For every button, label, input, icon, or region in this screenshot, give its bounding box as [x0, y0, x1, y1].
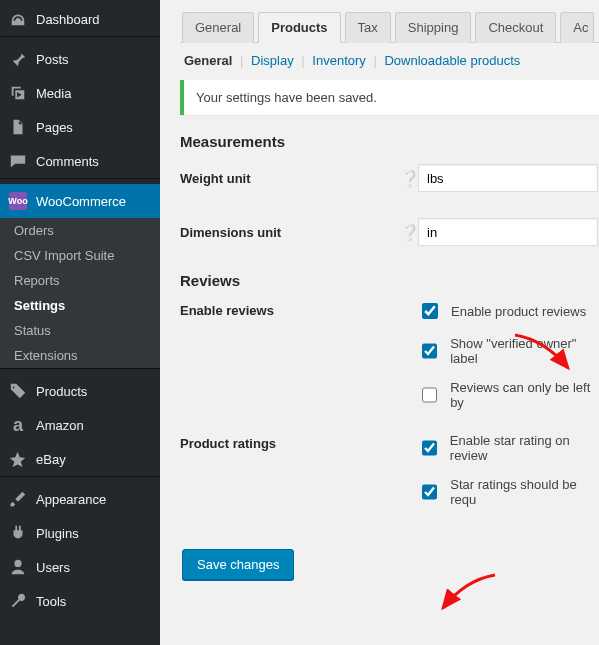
- tab-accounts[interactable]: Ac: [560, 12, 593, 43]
- sidebar-item-users[interactable]: Users: [0, 550, 160, 584]
- annotation-arrow-icon: [435, 570, 505, 620]
- sidebar-label: Plugins: [36, 526, 79, 541]
- sidebar-label: Posts: [36, 52, 69, 67]
- sidebar-label: WooCommerce: [36, 194, 126, 209]
- ebay-icon: [8, 449, 28, 469]
- star-rating-checkbox[interactable]: [422, 440, 437, 456]
- sidebar-item-plugins[interactable]: Plugins: [0, 516, 160, 550]
- help-icon[interactable]: ❔: [400, 169, 418, 188]
- subtab-general[interactable]: General: [184, 53, 232, 68]
- pages-icon: [8, 117, 28, 137]
- checkbox-verified-owner[interactable]: Show "verified owner" label: [418, 336, 599, 366]
- checkbox-star-rating[interactable]: Enable star rating on review: [418, 433, 599, 463]
- sidebar-item-pages[interactable]: Pages: [0, 110, 160, 144]
- sidebar-item-amazon[interactable]: a Amazon: [0, 408, 160, 442]
- tab-products[interactable]: Products: [258, 12, 340, 43]
- checkbox-star-required[interactable]: Star ratings should be requ: [418, 477, 599, 507]
- pin-icon: [8, 49, 28, 69]
- sidebar-sub-extensions[interactable]: Extensions: [0, 343, 160, 368]
- sidebar-item-woocommerce[interactable]: Woo WooCommerce: [0, 184, 160, 218]
- sidebar-item-dashboard[interactable]: Dashboard: [0, 2, 160, 36]
- dimensions-unit-input[interactable]: [418, 218, 598, 246]
- row-dimensions-unit: Dimensions unit ❔: [180, 218, 599, 246]
- subtab-downloadable[interactable]: Downloadable products: [384, 53, 520, 68]
- sidebar-sub-status[interactable]: Status: [0, 318, 160, 343]
- admin-sidebar: Dashboard Posts Media Pages Comments: [0, 0, 160, 645]
- sidebar-sub-csv-import[interactable]: CSV Import Suite: [0, 243, 160, 268]
- sidebar-item-ebay[interactable]: eBay: [0, 442, 160, 476]
- comment-icon: [8, 151, 28, 171]
- tab-general[interactable]: General: [182, 12, 254, 43]
- settings-saved-notice: Your settings have been saved.: [180, 80, 599, 115]
- enable-reviews-label: Enable reviews: [180, 303, 400, 318]
- dimensions-unit-label: Dimensions unit: [180, 225, 400, 240]
- sidebar-label: Tools: [36, 594, 66, 609]
- plug-icon: [8, 523, 28, 543]
- tab-tax[interactable]: Tax: [345, 12, 391, 43]
- notice-text: Your settings have been saved.: [196, 90, 377, 105]
- media-icon: [8, 83, 28, 103]
- sidebar-sub-orders[interactable]: Orders: [0, 218, 160, 243]
- sidebar-item-media[interactable]: Media: [0, 76, 160, 110]
- row-weight-unit: Weight unit ❔: [180, 164, 599, 192]
- wrench-icon: [8, 591, 28, 611]
- products-subtabs: General | Display | Inventory | Download…: [180, 43, 599, 74]
- weight-unit-input[interactable]: [418, 164, 598, 192]
- sidebar-label: eBay: [36, 452, 66, 467]
- measurements-heading: Measurements: [180, 133, 599, 150]
- tab-checkout[interactable]: Checkout: [475, 12, 556, 43]
- sidebar-item-posts[interactable]: Posts: [0, 42, 160, 76]
- sidebar-item-tools[interactable]: Tools: [0, 584, 160, 618]
- checkbox-enable-product-reviews[interactable]: Enable product reviews: [418, 300, 599, 322]
- product-ratings-label: Product ratings: [180, 436, 400, 451]
- sidebar-label: Users: [36, 560, 70, 575]
- amazon-icon: a: [8, 415, 28, 435]
- sidebar-label: Media: [36, 86, 71, 101]
- sidebar-label: Appearance: [36, 492, 106, 507]
- sidebar-item-appearance[interactable]: Appearance: [0, 482, 160, 516]
- tab-shipping[interactable]: Shipping: [395, 12, 472, 43]
- sidebar-label: Comments: [36, 154, 99, 169]
- brush-icon: [8, 489, 28, 509]
- save-changes-button[interactable]: Save changes: [182, 549, 294, 580]
- only-verified-checkbox[interactable]: [422, 387, 437, 403]
- sidebar-item-comments[interactable]: Comments: [0, 144, 160, 178]
- dashboard-icon: [8, 9, 28, 29]
- checkbox-only-verified[interactable]: Reviews can only be left by: [418, 380, 599, 410]
- subtab-display[interactable]: Display: [251, 53, 294, 68]
- help-icon[interactable]: ❔: [400, 223, 418, 242]
- reviews-heading: Reviews: [180, 272, 599, 289]
- main-content: General Products Tax Shipping Checkout A…: [160, 0, 599, 645]
- users-icon: [8, 557, 28, 577]
- products-icon: [8, 381, 28, 401]
- sidebar-sub-reports[interactable]: Reports: [0, 268, 160, 293]
- sidebar-label: Amazon: [36, 418, 84, 433]
- subtab-inventory[interactable]: Inventory: [312, 53, 365, 68]
- weight-unit-label: Weight unit: [180, 171, 400, 186]
- woocommerce-icon: Woo: [8, 191, 28, 211]
- sidebar-label: Dashboard: [36, 12, 100, 27]
- sidebar-item-products[interactable]: Products: [0, 374, 160, 408]
- star-required-checkbox[interactable]: [422, 484, 437, 500]
- sidebar-label: Products: [36, 384, 87, 399]
- enable-product-reviews-checkbox[interactable]: [422, 303, 438, 319]
- sidebar-label: Pages: [36, 120, 73, 135]
- settings-tabs: General Products Tax Shipping Checkout A…: [180, 12, 599, 43]
- sidebar-sub-settings[interactable]: Settings: [0, 293, 160, 318]
- verified-owner-checkbox[interactable]: [422, 343, 437, 359]
